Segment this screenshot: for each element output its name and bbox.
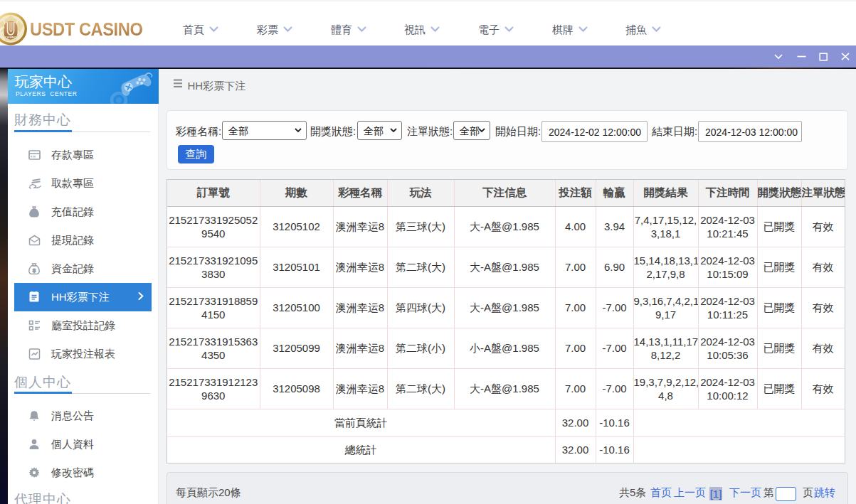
svg-text:CASINO: CASINO bbox=[5, 36, 17, 39]
svg-text:$: $ bbox=[33, 267, 36, 274]
